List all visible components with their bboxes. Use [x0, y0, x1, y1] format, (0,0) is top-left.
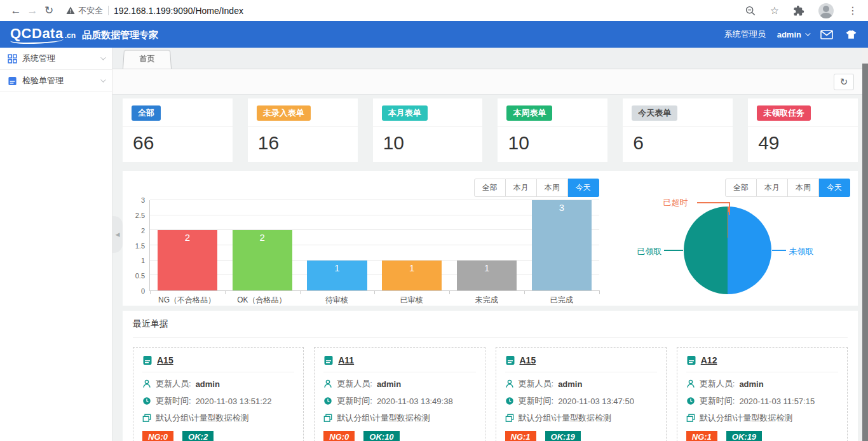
doc-time-row: 更新时间:2020-11-03 13:49:38	[323, 395, 475, 407]
toolbar: ↻	[112, 69, 868, 95]
pie-chart-section: 全部本月本周今天 已超时 已领取 未领取	[606, 177, 850, 306]
doc-time-value: 2020-11-03 13:47:50	[558, 397, 634, 406]
stat-badge: 本月表单	[382, 105, 428, 121]
tab-home[interactable]: 首页	[123, 50, 172, 69]
bar-5: 3	[532, 200, 592, 290]
pie-chart	[684, 207, 771, 294]
ok-badge: OK:2	[182, 431, 214, 441]
doc-card: A15 更新人员:admin 更新时间:2020-11-03 13:51:22	[133, 347, 304, 441]
doc-user-label: 更新人员:	[337, 378, 372, 390]
doc-user-label: 更新人员:	[156, 378, 191, 390]
extensions-puzzle-icon[interactable]	[793, 5, 804, 17]
doc-title-link[interactable]: A15	[520, 355, 536, 365]
doc-group-row: 默认分组\计量型数据检测	[323, 412, 475, 424]
bar-value-label: 1	[382, 262, 442, 273]
stat-card-week[interactable]: 本周表单 10	[498, 98, 607, 162]
zoom-out-icon[interactable]	[745, 5, 756, 17]
doc-card-header[interactable]: A15	[142, 355, 294, 372]
browser-forward-icon[interactable]: →	[24, 4, 41, 17]
bar-value-label: 1	[307, 262, 367, 273]
stat-card-not-entered[interactable]: 未录入表单 16	[248, 98, 358, 162]
browser-menu-icon[interactable]: ⋮	[848, 4, 858, 17]
bar-chart-section: 全部本月本周今天 00.511.522.53 221113 NG（不合格品）OK…	[130, 177, 606, 306]
filter-month[interactable]: 本月	[757, 179, 788, 197]
bar-value-label: 3	[532, 202, 592, 213]
bar-4: 1	[457, 261, 517, 290]
doc-title-link[interactable]: A15	[157, 355, 173, 365]
filter-today[interactable]: 今天	[568, 179, 599, 197]
bookmark-star-icon[interactable]: ☆	[770, 4, 779, 17]
doc-card-header[interactable]: A11	[323, 355, 475, 372]
x-category-label: 已审核	[374, 295, 449, 306]
browser-back-icon[interactable]: ←	[8, 4, 24, 17]
logo-domain: .cn	[65, 31, 76, 40]
doc-user-row: 更新人员:admin	[323, 378, 475, 390]
stat-card-all[interactable]: 全部 66	[123, 98, 233, 162]
x-category-label: NG（不合格品）	[149, 295, 224, 306]
bar-value-label: 2	[158, 232, 217, 243]
filter-week[interactable]: 本周	[788, 179, 819, 197]
stat-cards-row: 全部 66 未录入表单 16 本月表单 10 本周表单 10 今天表单 6	[123, 98, 858, 162]
doc-user-row: 更新人员:admin	[142, 378, 294, 390]
stat-card-today[interactable]: 今天表单 6	[623, 98, 733, 162]
warning-triangle-icon	[66, 6, 75, 15]
stat-value: 16	[248, 127, 358, 159]
page-scrollbar[interactable]	[862, 48, 868, 441]
user-menu[interactable]: admin	[777, 30, 809, 39]
doc-title-link[interactable]: A12	[701, 355, 717, 365]
sidebar-item-inspection-management[interactable]: 检验单管理	[0, 70, 112, 92]
person-icon	[142, 379, 151, 388]
filter-all[interactable]: 全部	[474, 179, 506, 197]
filter-all[interactable]: 全部	[725, 179, 757, 197]
doc-user-value: admin	[377, 379, 401, 389]
address-bar[interactable]: 不安全 192.168.1.199:9090/Home/Index	[66, 5, 745, 17]
doc-group-row: 默认分组\计量型数据检测	[505, 412, 657, 424]
document-icon	[142, 355, 153, 365]
stat-value: 10	[373, 127, 483, 159]
clock-icon	[142, 397, 151, 405]
copy-pages-icon	[323, 414, 332, 423]
browser-profile-avatar[interactable]	[818, 3, 834, 18]
doc-user-label: 更新人员:	[519, 378, 554, 390]
doc-card-header[interactable]: A15	[505, 355, 657, 372]
panel-refresh-button[interactable]: ↻	[834, 74, 854, 90]
ok-badge: OK:19	[545, 431, 581, 441]
stat-card-unclaimed[interactable]: 未领取任务 49	[748, 98, 858, 162]
stat-value: 66	[123, 127, 233, 159]
y-tick-label: 0.5	[135, 272, 145, 280]
bar-0: 2	[158, 230, 217, 290]
page-content: ↻ 全部 66 未录入表单 16 本月表单 10 本周表单 10	[112, 69, 868, 441]
doc-user-row: 更新人员:admin	[686, 378, 838, 390]
sidebar-item-system-management[interactable]: 系统管理	[0, 48, 112, 70]
y-tick-label: 2.5	[135, 212, 145, 219]
recent-docs-title: 最近单据	[133, 318, 848, 338]
stat-card-month[interactable]: 本月表单 10	[373, 98, 483, 162]
doc-time-value: 2020-11-03 13:51:22	[196, 397, 272, 406]
filter-week[interactable]: 本周	[537, 179, 568, 197]
doc-card-header[interactable]: A12	[686, 355, 838, 372]
person-icon	[686, 379, 695, 388]
doc-user-value: admin	[558, 379, 582, 389]
browser-refresh-icon[interactable]: ↻	[41, 4, 57, 17]
url-separator	[108, 6, 109, 15]
app-header: QCData .cn 品质数据管理专家 系统管理员 admin	[0, 21, 868, 48]
stat-badge: 未录入表单	[257, 105, 311, 121]
tab-bar: 首页	[112, 48, 868, 69]
y-tick-label: 0	[141, 287, 145, 295]
scrollbar-thumb[interactable]	[862, 64, 868, 441]
sidebar-collapse-handle[interactable]: ◀	[112, 216, 123, 253]
doc-group-value: 默认分组\计量型数据检测	[519, 412, 612, 424]
filter-today[interactable]: 今天	[819, 179, 850, 197]
y-tick-label: 2	[141, 227, 145, 234]
bar-value-label: 1	[457, 262, 517, 273]
security-warning[interactable]: 不安全	[66, 5, 103, 17]
message-envelope-icon[interactable]	[820, 30, 833, 39]
doc-time-label: 更新时间:	[700, 395, 735, 407]
theme-shirt-icon[interactable]	[844, 30, 858, 39]
doc-time-row: 更新时间:2020-11-03 13:51:22	[142, 395, 294, 407]
chevron-down-icon	[805, 31, 810, 36]
pie-label-received: 已领取	[634, 246, 661, 257]
sidebar-item-label: 检验单管理	[22, 75, 64, 86]
filter-month[interactable]: 本月	[506, 179, 537, 197]
doc-title-link[interactable]: A11	[338, 355, 354, 365]
